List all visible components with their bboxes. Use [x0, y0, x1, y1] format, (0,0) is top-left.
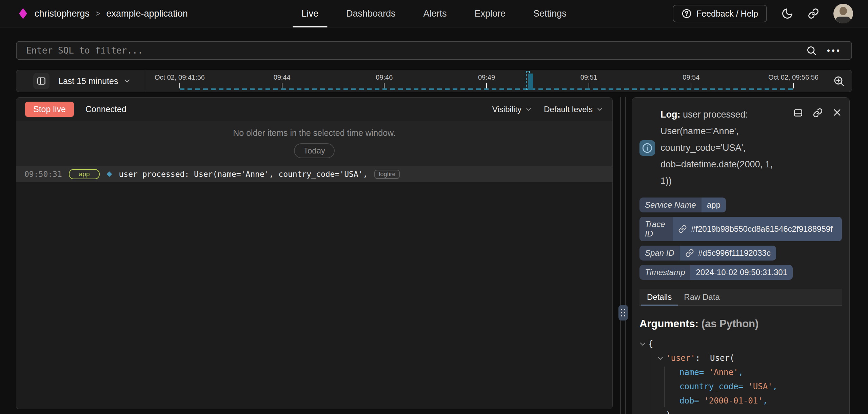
copy-link-button[interactable] — [813, 108, 823, 118]
zoom-in-button[interactable] — [833, 75, 845, 87]
tab-live[interactable]: Live — [293, 0, 327, 27]
log-message: user processed: User(name='Anne', countr… — [119, 170, 368, 179]
scope-tag[interactable]: logfire — [374, 170, 400, 179]
tab-dashboards[interactable]: Dashboards — [337, 0, 405, 27]
timeline-tick-mark — [793, 83, 794, 88]
visibility-dropdown[interactable]: Visibility — [492, 105, 532, 114]
timeline-tick: 09:54 — [683, 74, 699, 88]
detail-tabs: DetailsRaw Data — [639, 289, 842, 306]
detail-tab-details[interactable]: Details — [641, 289, 678, 305]
live-view-header: Stop live Connected Visibility Default l… — [16, 98, 612, 121]
code-line: name= 'Anne', — [639, 365, 842, 379]
code-token: , — [738, 368, 743, 377]
breadcrumb-project[interactable]: example-application — [106, 8, 188, 19]
tab-alerts[interactable]: Alerts — [414, 0, 455, 27]
code-token: { — [648, 339, 653, 349]
sidebar-toggle-button[interactable] — [33, 73, 50, 89]
code-token: dob= — [679, 396, 704, 406]
timeline-tick: 09:49 — [478, 74, 495, 88]
chevron-down-icon — [525, 106, 532, 113]
logfire-logo-icon[interactable] — [19, 8, 27, 19]
drag-handle-icon[interactable] — [618, 305, 628, 320]
time-range-select[interactable]: Last 15 minutes — [58, 76, 131, 86]
collapse-chevron-icon[interactable] — [658, 355, 663, 360]
timeline-tick-label: Oct 02, 09:56:56 — [768, 74, 818, 81]
filter-more-button[interactable]: ••• — [827, 45, 841, 56]
timeline-tick-label: 09:54 — [683, 74, 699, 81]
sql-filter-input[interactable] — [17, 42, 806, 59]
link-icon — [813, 108, 823, 118]
field-chip-service-name: Service Nameapp — [639, 198, 726, 212]
sidebar-toggle-icon — [36, 76, 46, 86]
timeline-tick-mark — [691, 83, 691, 88]
time-range-label: Last 15 minutes — [58, 76, 118, 86]
empty-window-notice: No older items in the selected time wind… — [16, 121, 612, 166]
code-token: '2000-01-01' — [704, 396, 763, 406]
timeline-bar: Last 15 minutes Oct 02, 09:41:5609:4409:… — [16, 70, 852, 92]
service-pill[interactable]: app — [69, 169, 100, 179]
question-circle-icon — [682, 8, 692, 19]
code-token: ) — [666, 410, 671, 414]
timeline-tick-label: 09:44 — [274, 74, 291, 81]
code-token: , — [671, 410, 675, 414]
detail-title-kind: Log: — [660, 109, 680, 120]
tab-explore[interactable]: Explore — [466, 0, 515, 27]
log-details-panel: Log: user processed: User(name='Anne', c… — [632, 97, 850, 414]
close-details-button[interactable] — [832, 108, 842, 118]
collapse-chevron-icon[interactable] — [640, 340, 646, 346]
timeline-tick-label: 09:49 — [478, 74, 495, 81]
split-view-button[interactable] — [793, 108, 803, 118]
default-levels-dropdown[interactable]: Default levels — [544, 105, 604, 114]
field-value: app — [702, 198, 726, 212]
code-line: 'user': User( — [639, 351, 842, 365]
code-line: { — [639, 337, 842, 351]
code-token: 'USA' — [748, 382, 772, 391]
field-value[interactable]: #d5c996f11192033c — [680, 246, 776, 261]
timeline-tick-mark — [486, 83, 487, 88]
timeline-tick: Oct 02, 09:56:56 — [768, 74, 818, 88]
zoom-in-icon — [833, 75, 845, 87]
detail-fields: Service NameappTrace ID#f2019b98b550cd8a… — [639, 198, 842, 280]
timeline-track[interactable]: Oct 02, 09:41:5609:4409:4609:4909:5109:5… — [180, 70, 793, 92]
default-levels-label: Default levels — [544, 105, 593, 114]
avatar[interactable] — [833, 4, 853, 23]
arguments-mode-label: (as Python) — [702, 318, 759, 330]
panel-resizer[interactable] — [620, 97, 626, 414]
link-icon — [808, 8, 819, 19]
timeline-tick: Oct 02, 09:41:56 — [155, 74, 205, 88]
field-chip-trace-id: Trace ID#f2019b98b550cd8a61546c2f9188959… — [639, 217, 842, 241]
log-row[interactable]: 09:50:31 app user processed: User(name='… — [16, 166, 612, 182]
feedback-help-button[interactable]: Feedback / Help — [673, 5, 767, 22]
link-icon — [685, 249, 694, 257]
breadcrumb-org[interactable]: christophergs — [35, 8, 90, 19]
timeline-tick-label: Oct 02, 09:41:56 — [155, 74, 205, 81]
theme-toggle-button[interactable] — [781, 7, 793, 20]
field-label: Timestamp — [639, 265, 690, 280]
search-icon[interactable] — [806, 45, 817, 56]
field-label: Service Name — [639, 198, 702, 212]
sql-filter-bar: ••• — [16, 41, 852, 60]
empty-message: No older items in the selected time wind… — [233, 128, 395, 138]
timeline-tick-label: 09:46 — [376, 74, 393, 81]
top-nav: christophergs > example-application Live… — [0, 0, 868, 27]
today-button[interactable]: Today — [294, 143, 335, 158]
visibility-label: Visibility — [492, 105, 521, 114]
detail-tab-raw-data[interactable]: Raw Data — [678, 289, 726, 305]
code-token: 'user' — [666, 353, 695, 363]
detail-title-text: user processed: User(name='Anne', countr… — [660, 109, 773, 186]
code-token: , — [763, 396, 768, 406]
stop-live-button[interactable]: Stop live — [25, 102, 74, 117]
link-icon — [678, 225, 687, 233]
field-label: Trace ID — [639, 217, 673, 241]
field-label: Span ID — [639, 246, 680, 261]
log-level-diamond-icon — [106, 171, 112, 177]
close-icon — [832, 108, 842, 118]
detail-title: Log: user processed: User(name='Anne', c… — [660, 106, 773, 189]
field-value[interactable]: #f2019b98b550cd8a61546c2f9188959f — [673, 217, 842, 241]
tab-settings[interactable]: Settings — [525, 0, 575, 27]
detail-header: Log: user processed: User(name='Anne', c… — [639, 106, 842, 189]
field-value: 2024-10-02 09:50:31.301 — [690, 265, 793, 280]
info-level-icon — [639, 140, 655, 156]
timeline-spike-bar[interactable] — [528, 74, 533, 90]
share-link-button[interactable] — [808, 8, 819, 19]
